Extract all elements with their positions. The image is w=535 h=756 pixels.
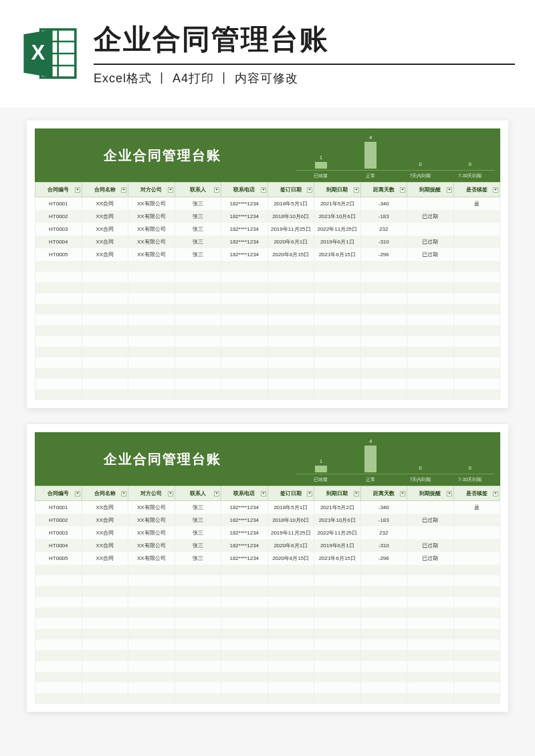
filter-icon[interactable] <box>400 187 405 193</box>
filter-icon[interactable] <box>121 491 126 496</box>
cell-empty <box>360 597 407 607</box>
table-header[interactable]: 签订日期 <box>268 183 314 197</box>
cell-due: 2021年10月6日 <box>314 514 361 527</box>
cell-empty <box>221 618 268 629</box>
filter-icon[interactable] <box>354 187 359 193</box>
cell-empty <box>360 314 407 325</box>
filter-icon[interactable] <box>121 187 126 193</box>
cell-due: 2019年6月1日 <box>314 235 361 248</box>
cell-empty <box>453 357 500 368</box>
table-header[interactable]: 合同编号 <box>35 486 82 501</box>
cell-contact: 张三 <box>175 197 221 211</box>
cell-contact: 张三 <box>175 527 221 539</box>
cell-contact: 张三 <box>175 235 221 248</box>
filter-icon[interactable] <box>168 187 173 193</box>
cell-empty <box>175 672 221 682</box>
cell-id: HT0005 <box>35 552 82 565</box>
filter-icon[interactable] <box>354 491 359 496</box>
cell-empty <box>128 682 175 693</box>
cell-empty <box>221 357 268 368</box>
filter-icon[interactable] <box>447 491 452 496</box>
cell-empty <box>360 368 407 379</box>
cell-empty <box>360 661 407 672</box>
cell-empty <box>407 586 454 597</box>
table-header[interactable]: 到期提醒 <box>407 183 454 197</box>
filter-icon[interactable] <box>75 187 80 193</box>
filter-icon[interactable] <box>447 187 452 193</box>
cell-phone: 182****1234 <box>221 210 268 223</box>
cell-empty <box>175 357 221 368</box>
cell-empty <box>360 347 407 357</box>
cell-empty <box>268 325 314 336</box>
cell-days: -296 <box>360 552 407 565</box>
cell-empty <box>453 575 500 586</box>
table-header[interactable]: 合同名称 <box>82 183 128 197</box>
filter-icon[interactable] <box>307 187 312 193</box>
cell-id: HT0004 <box>35 539 82 552</box>
cell-empty <box>221 672 268 682</box>
table-header[interactable]: 签订日期 <box>268 486 314 501</box>
table-header[interactable]: 到期提醒 <box>407 486 454 501</box>
contract-table: 合同编号合同名称对方公司联系人联系电话签订日期到期日期距离天数到期提醒是否续签H… <box>35 182 500 400</box>
cell-name: XX合同 <box>82 539 128 552</box>
filter-icon[interactable] <box>75 491 80 496</box>
filter-icon[interactable] <box>493 187 498 193</box>
table-header[interactable]: 联系人 <box>175 183 221 197</box>
cell-empty <box>221 304 268 314</box>
cell-empty <box>175 282 221 293</box>
filter-icon[interactable] <box>214 187 219 193</box>
table-row-empty <box>35 314 500 325</box>
table-header[interactable]: 到期日期 <box>314 183 361 197</box>
cell-empty <box>175 575 221 586</box>
cell-remind <box>407 501 454 514</box>
cell-empty <box>35 293 82 304</box>
sheet-title: 企业合同管理台账 <box>104 450 221 468</box>
cell-empty <box>175 618 221 629</box>
cell-phone: 182****1234 <box>221 235 268 248</box>
table-header[interactable]: 距离天数 <box>360 486 407 501</box>
cell-empty <box>35 640 82 650</box>
filter-icon[interactable] <box>261 187 266 193</box>
cell-empty <box>221 565 268 575</box>
cell-empty <box>360 565 407 575</box>
cell-empty <box>360 672 407 682</box>
cell-days: 232 <box>360 527 407 539</box>
cell-remind <box>407 197 454 211</box>
filter-icon[interactable] <box>493 491 498 496</box>
bar-value: 1 <box>320 458 322 464</box>
filter-icon[interactable] <box>261 491 266 496</box>
cell-remind: 已过期 <box>407 552 454 565</box>
filter-icon[interactable] <box>307 491 312 496</box>
table-header[interactable]: 对方公司 <box>128 183 175 197</box>
table-header[interactable]: 对方公司 <box>128 486 175 501</box>
cell-company: XX有限公司 <box>128 514 175 527</box>
cell-empty <box>314 368 361 379</box>
cell-empty <box>35 629 82 640</box>
cell-empty <box>360 336 407 347</box>
table-header[interactable]: 联系电话 <box>221 486 268 501</box>
cell-company: XX有限公司 <box>128 501 175 514</box>
cell-empty <box>268 650 314 661</box>
filter-icon[interactable] <box>400 491 405 496</box>
table-header[interactable]: 联系人 <box>175 486 221 501</box>
cell-empty <box>82 629 128 640</box>
table-row-empty <box>35 565 500 575</box>
table-header[interactable]: 合同名称 <box>82 486 128 501</box>
filter-icon[interactable] <box>168 491 173 496</box>
table-header[interactable]: 到期日期 <box>314 486 361 501</box>
cell-renew <box>453 514 500 527</box>
cell-empty <box>82 597 128 607</box>
cell-renew <box>453 235 500 248</box>
cell-renew <box>453 223 500 235</box>
table-row-empty <box>35 650 500 661</box>
table-header[interactable]: 联系电话 <box>221 183 268 197</box>
bar-value: 4 <box>369 438 372 444</box>
table-row-empty <box>35 672 500 682</box>
table-row-empty <box>35 682 500 693</box>
cell-empty <box>314 282 361 293</box>
table-header[interactable]: 是否续签 <box>453 486 500 501</box>
table-header[interactable]: 合同编号 <box>35 183 82 197</box>
filter-icon[interactable] <box>214 491 219 496</box>
table-header[interactable]: 距离天数 <box>360 183 407 197</box>
table-header[interactable]: 是否续签 <box>453 183 500 197</box>
